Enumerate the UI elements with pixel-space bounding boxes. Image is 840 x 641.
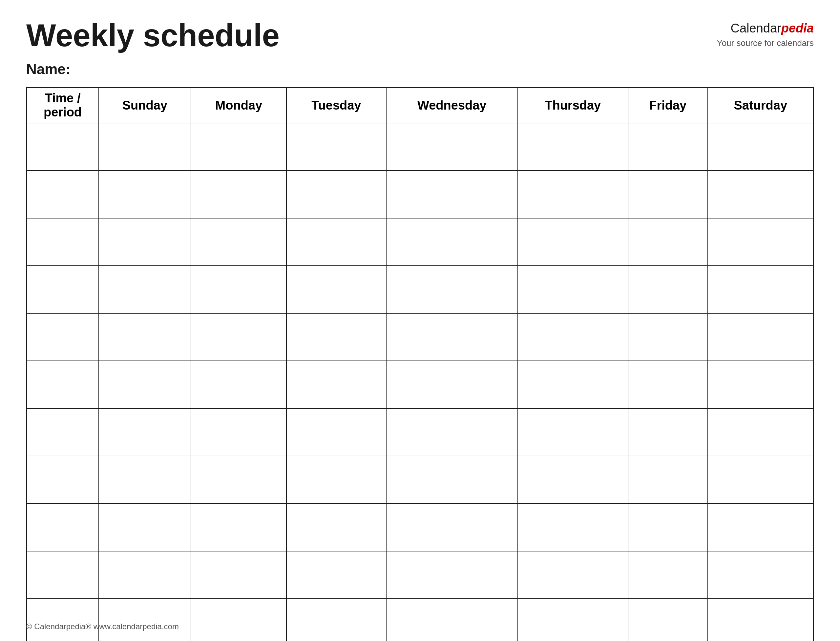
table-cell[interactable] bbox=[386, 504, 518, 551]
table-cell[interactable] bbox=[518, 361, 628, 408]
table-cell[interactable] bbox=[27, 504, 99, 551]
table-cell[interactable] bbox=[191, 456, 287, 504]
table-cell[interactable] bbox=[287, 123, 386, 171]
table-cell[interactable] bbox=[628, 599, 708, 641]
table-cell[interactable] bbox=[27, 123, 99, 171]
table-cell[interactable] bbox=[708, 361, 813, 408]
table-cell[interactable] bbox=[708, 408, 813, 456]
table-cell[interactable] bbox=[518, 551, 628, 599]
table-cell[interactable] bbox=[386, 171, 518, 218]
table-cell[interactable] bbox=[628, 266, 708, 313]
table-cell[interactable] bbox=[628, 218, 708, 266]
table-cell[interactable] bbox=[518, 408, 628, 456]
table-cell[interactable] bbox=[99, 361, 191, 408]
table-cell[interactable] bbox=[518, 313, 628, 361]
table-cell[interactable] bbox=[708, 266, 813, 313]
table-row bbox=[27, 551, 813, 599]
table-cell[interactable] bbox=[191, 361, 287, 408]
table-cell[interactable] bbox=[27, 313, 99, 361]
table-cell[interactable] bbox=[386, 218, 518, 266]
table-row bbox=[27, 456, 813, 504]
table-cell[interactable] bbox=[708, 218, 813, 266]
table-cell[interactable] bbox=[708, 599, 813, 641]
table-cell[interactable] bbox=[191, 313, 287, 361]
table-cell[interactable] bbox=[191, 408, 287, 456]
table-cell[interactable] bbox=[99, 266, 191, 313]
table-cell[interactable] bbox=[386, 408, 518, 456]
table-cell[interactable] bbox=[99, 504, 191, 551]
table-cell[interactable] bbox=[628, 361, 708, 408]
table-cell[interactable] bbox=[518, 599, 628, 641]
table-cell[interactable] bbox=[386, 123, 518, 171]
table-row bbox=[27, 599, 813, 641]
table-cell[interactable] bbox=[518, 504, 628, 551]
table-cell[interactable] bbox=[287, 456, 386, 504]
table-cell[interactable] bbox=[191, 266, 287, 313]
col-header-wednesday: Wednesday bbox=[386, 88, 518, 123]
col-header-thursday: Thursday bbox=[518, 88, 628, 123]
table-cell[interactable] bbox=[191, 599, 287, 641]
brand-name: Calendarpedia bbox=[717, 20, 814, 37]
table-cell[interactable] bbox=[99, 456, 191, 504]
table-cell[interactable] bbox=[99, 408, 191, 456]
table-cell[interactable] bbox=[287, 408, 386, 456]
table-cell[interactable] bbox=[628, 171, 708, 218]
table-cell[interactable] bbox=[708, 456, 813, 504]
col-header-tuesday: Tuesday bbox=[287, 88, 386, 123]
table-cell[interactable] bbox=[386, 361, 518, 408]
table-row bbox=[27, 171, 813, 218]
schedule-table-wrapper: Time / periodSundayMondayTuesdayWednesda… bbox=[26, 87, 814, 641]
table-cell[interactable] bbox=[386, 313, 518, 361]
table-cell[interactable] bbox=[27, 218, 99, 266]
table-cell[interactable] bbox=[27, 361, 99, 408]
table-cell[interactable] bbox=[99, 599, 191, 641]
table-cell[interactable] bbox=[191, 504, 287, 551]
table-cell[interactable] bbox=[518, 171, 628, 218]
table-cell[interactable] bbox=[99, 123, 191, 171]
table-cell[interactable] bbox=[287, 551, 386, 599]
table-cell[interactable] bbox=[287, 361, 386, 408]
table-cell[interactable] bbox=[191, 171, 287, 218]
table-cell[interactable] bbox=[386, 551, 518, 599]
table-cell[interactable] bbox=[99, 218, 191, 266]
table-cell[interactable] bbox=[708, 551, 813, 599]
table-cell[interactable] bbox=[27, 599, 99, 641]
table-cell[interactable] bbox=[628, 408, 708, 456]
table-cell[interactable] bbox=[708, 313, 813, 361]
table-cell[interactable] bbox=[287, 171, 386, 218]
table-cell[interactable] bbox=[191, 218, 287, 266]
table-cell[interactable] bbox=[287, 218, 386, 266]
table-cell[interactable] bbox=[518, 266, 628, 313]
table-cell[interactable] bbox=[708, 171, 813, 218]
table-cell[interactable] bbox=[287, 266, 386, 313]
col-header-friday: Friday bbox=[628, 88, 708, 123]
table-cell[interactable] bbox=[191, 551, 287, 599]
table-cell[interactable] bbox=[518, 456, 628, 504]
table-cell[interactable] bbox=[518, 123, 628, 171]
table-cell[interactable] bbox=[708, 504, 813, 551]
table-cell[interactable] bbox=[386, 599, 518, 641]
table-cell[interactable] bbox=[386, 456, 518, 504]
table-cell[interactable] bbox=[287, 599, 386, 641]
table-cell[interactable] bbox=[27, 408, 99, 456]
table-row bbox=[27, 123, 813, 171]
table-cell[interactable] bbox=[628, 313, 708, 361]
table-cell[interactable] bbox=[708, 123, 813, 171]
table-cell[interactable] bbox=[27, 551, 99, 599]
table-cell[interactable] bbox=[386, 266, 518, 313]
table-cell[interactable] bbox=[99, 171, 191, 218]
table-cell[interactable] bbox=[628, 456, 708, 504]
table-cell[interactable] bbox=[628, 504, 708, 551]
table-row bbox=[27, 313, 813, 361]
table-cell[interactable] bbox=[628, 551, 708, 599]
table-cell[interactable] bbox=[628, 123, 708, 171]
table-cell[interactable] bbox=[191, 123, 287, 171]
table-cell[interactable] bbox=[518, 218, 628, 266]
table-cell[interactable] bbox=[287, 504, 386, 551]
table-cell[interactable] bbox=[287, 313, 386, 361]
table-cell[interactable] bbox=[27, 456, 99, 504]
table-cell[interactable] bbox=[27, 171, 99, 218]
table-cell[interactable] bbox=[99, 313, 191, 361]
table-cell[interactable] bbox=[99, 551, 191, 599]
table-cell[interactable] bbox=[27, 266, 99, 313]
